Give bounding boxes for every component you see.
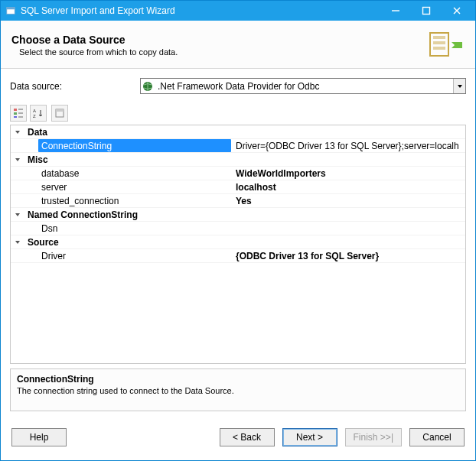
svg-rect-13 [14, 116, 17, 118]
svg-rect-9 [433, 47, 445, 50]
data-source-select[interactable]: .Net Framework Data Provider for Odbc [140, 78, 466, 94]
next-button[interactable]: Next > [282, 428, 337, 446]
category-name: Data [24, 125, 231, 138]
page-header: Choose a Data Source Select the source f… [1, 21, 475, 69]
property-pages-button[interactable] [51, 105, 68, 122]
property-name: trusted_connection [24, 194, 231, 207]
grid-property-row[interactable]: serverlocalhost [11, 180, 465, 194]
property-grid[interactable]: DataConnectionStringDriver={ODBC Driver … [10, 125, 466, 364]
svg-rect-1 [7, 8, 15, 10]
minimize-button[interactable] [380, 1, 411, 21]
grid-property-row[interactable]: ConnectionStringDriver={ODBC Driver 13 f… [11, 139, 465, 153]
window-title: SQL Server Import and Export Wizard [21, 5, 380, 16]
page-title: Choose a Data Source [11, 34, 428, 46]
property-value[interactable]: localhost [231, 180, 465, 193]
grid-property-row[interactable]: Dsn [11, 222, 465, 235]
grid-category[interactable]: Data [11, 125, 465, 139]
svg-rect-7 [433, 36, 445, 39]
finish-button: Finish >>| [345, 428, 402, 446]
svg-text:A: A [33, 109, 36, 113]
property-name: database [24, 167, 231, 180]
property-value[interactable]: Yes [231, 194, 465, 207]
property-name: Driver [24, 249, 231, 262]
category-name: Source [24, 235, 231, 248]
category-name: Misc [24, 153, 231, 166]
property-description: ConnectionString The connection string u… [10, 368, 466, 411]
chevron-down-icon[interactable] [453, 79, 465, 93]
property-value[interactable]: Driver={ODBC Driver 13 for SQL Server};s… [231, 139, 465, 152]
chevron-down-icon[interactable] [11, 153, 24, 166]
category-name: Named ConnectionString [24, 208, 231, 221]
globe-icon [141, 81, 155, 92]
data-source-label: Data source: [10, 81, 140, 92]
data-source-row: Data source: .Net Framework Data Provide… [10, 78, 466, 94]
property-name: server [24, 180, 231, 193]
wizard-buttons: Help < Back Next > Finish >>| Cancel [1, 417, 475, 460]
property-grid-toolbar: AZ [10, 105, 466, 122]
help-button[interactable]: Help [11, 428, 67, 446]
categorized-view-button[interactable] [10, 105, 27, 122]
chevron-down-icon[interactable] [11, 235, 24, 248]
description-title: ConnectionString [17, 374, 459, 385]
description-text: The connection string used to connect to… [17, 386, 459, 395]
property-name: ConnectionString [38, 139, 231, 152]
svg-rect-3 [423, 8, 430, 15]
maximize-button[interactable] [411, 1, 442, 21]
property-value[interactable]: WideWorldImporters [231, 167, 465, 180]
wizard-window: SQL Server Import and Export Wizard Choo… [0, 0, 476, 461]
grid-property-row[interactable]: trusted_connectionYes [11, 194, 465, 208]
property-name: Dsn [24, 222, 231, 235]
close-button[interactable] [442, 1, 472, 21]
header-graphic-icon [428, 28, 465, 62]
grid-category[interactable]: Named ConnectionString [11, 208, 465, 222]
grid-property-row[interactable]: Driver{ODBC Driver 13 for SQL Server} [11, 249, 465, 263]
property-value[interactable]: {ODBC Driver 13 for SQL Server} [231, 249, 465, 262]
titlebar[interactable]: SQL Server Import and Export Wizard [1, 1, 475, 21]
chevron-down-icon[interactable] [11, 208, 24, 221]
svg-text:Z: Z [33, 114, 36, 118]
data-source-selected: .Net Framework Data Provider for Odbc [155, 81, 453, 92]
property-value[interactable] [231, 222, 465, 235]
grid-category[interactable]: Misc [11, 153, 465, 167]
cancel-button[interactable]: Cancel [409, 428, 465, 446]
page-subtitle: Select the source from which to copy dat… [19, 47, 428, 57]
app-icon [5, 5, 16, 16]
grid-property-row[interactable]: databaseWideWorldImporters [11, 167, 465, 180]
svg-rect-11 [14, 109, 17, 111]
back-button[interactable]: < Back [220, 428, 275, 446]
grid-category[interactable]: Source [11, 235, 465, 249]
chevron-down-icon[interactable] [11, 125, 24, 138]
wizard-body: Data source: .Net Framework Data Provide… [1, 69, 475, 417]
svg-rect-8 [433, 41, 445, 44]
svg-rect-12 [14, 112, 17, 115]
svg-rect-20 [56, 109, 64, 112]
alphabetical-view-button[interactable]: AZ [30, 105, 47, 122]
